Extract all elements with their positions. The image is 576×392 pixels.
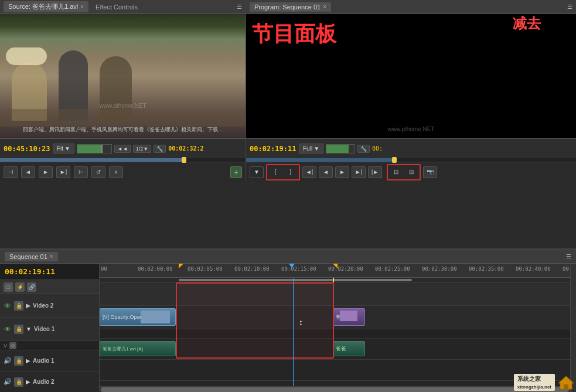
track-lock-video1[interactable]: 🔒 (14, 325, 23, 334)
timeline-v-scrollbar[interactable] (570, 264, 576, 392)
bottom-logo-area: 系统之家 xitongzhijia.net (514, 374, 575, 391)
track-clip-controls[interactable]: ◇ (9, 342, 16, 349)
source-go-to-in-btn[interactable]: ⊣ (4, 166, 18, 178)
source-tab-close[interactable]: × (80, 4, 84, 10)
program-panel-header: Program: Sequence 01 × ☰ (246, 0, 576, 14)
ruler-mark-8: 00:02:35:00 (469, 266, 504, 272)
source-fit-dropdown[interactable]: Fit ▼ (53, 144, 74, 154)
program-panel-menu[interactable]: ☰ (567, 4, 572, 10)
track-row-video1: 👁 🔒 ▼ Video 1 (0, 318, 99, 341)
track-name-video2: Video 2 (33, 302, 53, 309)
source-controls-bar: 00:45:10:23 Fit ▼ ◄◄ 1/2▼ 🔧 00:02:32:2 (0, 138, 246, 158)
timeline-h-scrollbar[interactable] (100, 386, 570, 392)
source-add-btn[interactable]: + (230, 166, 242, 178)
program-controls-bar: 00:02:19:11 Full ▼ 🔧 00: (246, 138, 576, 158)
program-level-bar (326, 144, 355, 154)
source-loop-btn[interactable]: ↺ (91, 166, 105, 178)
track-content-video1[interactable]: [V] Opacity:Opacity ▼ 爸爸 (100, 306, 570, 329)
source-go-to-out-btn[interactable]: ⊢ (74, 166, 88, 178)
track-lock-audio2[interactable]: 🔒 (14, 377, 23, 387)
source-step-forward-btn[interactable]: ►| (56, 166, 70, 178)
link-icon[interactable]: 🔗 (27, 282, 36, 292)
program-camera-btn[interactable]: 📷 (423, 166, 437, 178)
program-out-timecode: 00: (372, 145, 383, 152)
ruler-mark-0: 00 (101, 266, 107, 272)
track-content-audio3[interactable] (100, 381, 570, 386)
program-extract-btn[interactable]: ⊟ (404, 166, 418, 178)
timeline-tab-close[interactable]: × (50, 253, 53, 260)
source-progress-area[interactable] (0, 158, 246, 162)
track-content-audio1[interactable]: 爸爸去哪儿1.avi [A] 爸爸 (100, 339, 570, 360)
program-timecode: 00:02:19:11 (250, 145, 296, 153)
program-transport-bar: ▼ { } ◄| ◄ ► ►| |► ⊡ ⊟ 📷 (246, 162, 576, 182)
timeline-tracks-area[interactable]: [V] Opacity:Opacity ▼ 爸爸 (100, 282, 570, 386)
program-tab[interactable]: Program: Sequence 01 × (250, 2, 331, 12)
cursor-indicator: ↕ (299, 318, 306, 327)
program-fit-dropdown[interactable]: Full ▼ (299, 144, 323, 154)
timeline-tab[interactable]: Sequence 01 × (5, 252, 58, 261)
source-play-btn[interactable]: ► (39, 166, 53, 178)
track-visibility-audio1[interactable]: 🔊 (4, 357, 12, 365)
track-controls-header: □ ⚡ 🔗 (0, 280, 99, 294)
track-row-audio1: 🔊 🔒 ▶ Audio 1 (0, 350, 99, 371)
source-step-back-btn[interactable]: ◄◄ (114, 145, 131, 153)
timeline-timecode-display: 00:02:19:11 (0, 264, 99, 280)
track-lock-video2[interactable]: 🔒 (14, 301, 23, 311)
track-content-video2[interactable] (100, 282, 570, 306)
program-mark-out-btn[interactable]: } (284, 166, 298, 178)
playhead-work-area (293, 278, 294, 282)
timeline-menu[interactable]: ☰ (566, 253, 571, 260)
source-level-bar (77, 144, 112, 154)
timeline-ruler[interactable]: 00 00:02:00:00 00:02:05:00 00:02:10:00 0… (100, 264, 570, 278)
ruler-mark-9: 00:02:40:00 (516, 266, 551, 272)
source-tab[interactable]: Source: 爸爸去哪儿1.avi × (4, 1, 88, 12)
track-label-video2: ▶ (26, 302, 30, 309)
snap-icon[interactable]: ⚡ (15, 282, 25, 292)
in-point-marker (179, 264, 183, 268)
track-visibility-video2[interactable]: 👁 (4, 302, 12, 310)
track-row-video2: 👁 🔒 ▶ Video 2 (0, 294, 99, 318)
source-fraction-btn[interactable]: 1/2▼ (133, 145, 151, 153)
program-watermark: www.pthome.NET (387, 126, 434, 132)
program-step-forward-btn[interactable]: ►| (352, 166, 366, 178)
program-play-btn[interactable]: ► (335, 166, 349, 178)
source-settings-btn[interactable]: 🔧 (154, 145, 166, 153)
track-expand-audio1[interactable]: ▶ (26, 357, 30, 364)
program-settings-btn[interactable]: 🔧 (357, 145, 370, 153)
effect-controls-tab[interactable]: Effect Controls (91, 2, 142, 12)
program-mark-btn[interactable]: ▼ (250, 166, 264, 178)
program-mark-in-btn[interactable]: { (268, 166, 282, 178)
track-lock-audio1[interactable]: 🔒 (14, 356, 23, 366)
work-area-bar[interactable] (179, 279, 412, 281)
source-panel-menu[interactable]: ☰ (237, 4, 242, 10)
source-overlay-text: 囧客户端、腾讯新闻客户端、手机凤凰网均可可看看《爸爸去哪儿》相关新闻。下载... (0, 127, 246, 134)
track-visibility-video1[interactable]: 👁 (4, 325, 12, 333)
playhead-ruler-marker (292, 264, 295, 268)
clip-audio1-baba[interactable]: 爸爸 (333, 341, 365, 356)
ruler-mark-4: 00:02:15:00 (281, 266, 316, 272)
program-step-back-btn[interactable]: ◄ (319, 166, 333, 178)
clip-audio1-main[interactable]: 爸爸去哪儿1.avi [A] (100, 341, 176, 356)
program-tab-close[interactable]: × (323, 4, 326, 10)
source-panel-header: Source: 爸爸去哪儿1.avi × Effect Controls ☰ (0, 0, 246, 14)
ruler-mark-2: 00:02:05:00 (188, 266, 223, 272)
reduce-label: 减去 (513, 14, 541, 33)
clip-video1-baba1-thumb (340, 311, 357, 321)
track-expand-audio2[interactable]: ▶ (26, 379, 30, 385)
track-visibility-audio2[interactable]: 🔊 (4, 378, 12, 386)
timeline-h-scrollbar-thumb[interactable] (101, 387, 569, 392)
track-content-audio2[interactable] (100, 360, 570, 381)
program-go-to-in-btn[interactable]: ◄| (302, 166, 316, 178)
work-area-bar-row (100, 278, 570, 282)
program-progress-area[interactable] (246, 158, 576, 162)
track-expand-video1[interactable]: ▼ (26, 326, 32, 332)
source-step-back-btn2[interactable]: ◄ (21, 166, 35, 178)
ruler-mark-7: 00:02:30:00 (422, 266, 457, 272)
program-lift-btn[interactable]: ⊡ (389, 166, 403, 178)
track-row-audio2: 🔊 🔒 ▶ Audio 2 (0, 371, 99, 392)
nest-icon[interactable]: □ (4, 282, 13, 292)
clip-video1-thumb (141, 311, 170, 323)
track-v-label: V ◇ (0, 341, 99, 350)
program-go-to-out-btn[interactable]: |► (368, 166, 382, 178)
source-more-btn[interactable]: » (109, 166, 123, 178)
